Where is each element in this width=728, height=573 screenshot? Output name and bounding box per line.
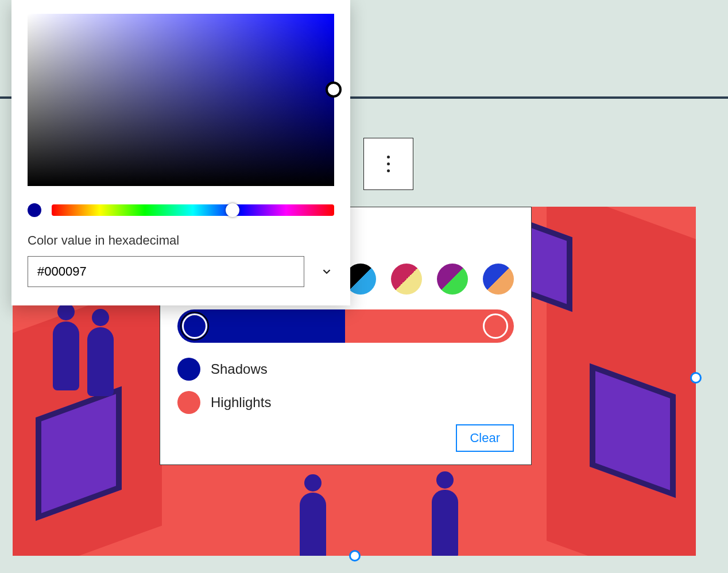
hex-input[interactable]: [28, 256, 304, 287]
color-picker-popup: Color value in hexadecimal: [11, 0, 350, 305]
duotone-color-bar: [177, 309, 514, 343]
shadows-legend: Shadows: [177, 358, 514, 381]
highlights-label: Highlights: [211, 394, 271, 411]
highlights-legend: Highlights: [177, 391, 514, 414]
highlights-color-select[interactable]: [345, 309, 514, 343]
highlights-dot-icon: [177, 391, 200, 414]
image-decor: [300, 493, 326, 556]
duotone-preset-magenta-sand[interactable]: [391, 264, 422, 295]
image-decor: [87, 327, 114, 396]
shadows-label: Shadows: [211, 361, 268, 377]
hex-input-label: Color value in hexadecimal: [28, 233, 334, 248]
duotone-preset-purple-green[interactable]: [437, 264, 468, 295]
more-vertical-icon: [387, 156, 390, 172]
highlights-ring-icon: [483, 313, 508, 339]
image-decor: [53, 322, 79, 390]
duotone-preset-blue-peach[interactable]: [483, 264, 514, 295]
saturation-area[interactable]: [28, 14, 334, 186]
chevron-down-icon: [320, 265, 333, 278]
hue-thumb[interactable]: [226, 203, 239, 217]
saturation-cursor[interactable]: [326, 82, 342, 98]
resize-handle-bottom[interactable]: [349, 550, 361, 562]
format-toggle-button[interactable]: [319, 264, 334, 279]
hue-preview-dot: [28, 203, 41, 217]
resize-handle-right[interactable]: [690, 372, 702, 384]
hue-slider[interactable]: [52, 204, 334, 216]
shadows-ring-icon: [182, 313, 207, 339]
image-decor: [432, 490, 458, 556]
shadows-color-select[interactable]: [177, 309, 345, 343]
shadows-dot-icon: [177, 358, 200, 381]
more-options-button[interactable]: [363, 138, 413, 190]
clear-button[interactable]: Clear: [456, 424, 514, 452]
